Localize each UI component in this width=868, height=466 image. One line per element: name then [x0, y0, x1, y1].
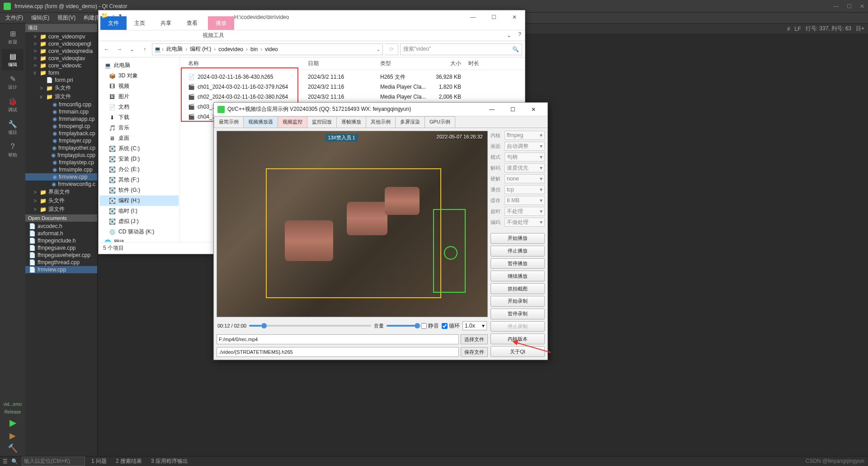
sidebar-item[interactable]: 🌐网络 [99, 237, 179, 242]
explorer-maximize-icon[interactable]: ☐ [483, 10, 504, 24]
opendoc-item[interactable]: 📄ffmpegthread.cpp [25, 259, 97, 266]
action-button[interactable]: 关于Qt [491, 346, 545, 357]
col-date[interactable]: 日期 [304, 60, 377, 67]
breadcrumb[interactable]: 💻› 此电脑› 编程 (H:)› codevideo› bin› video ⌄ [152, 43, 383, 55]
mode-help[interactable]: ?帮助 [2, 139, 24, 161]
qtapp-close-icon[interactable]: ✕ [523, 103, 544, 116]
tree-item[interactable]: ◉frmplaystep.cp [25, 159, 97, 166]
opendoc-item[interactable]: 📄avformat.h [25, 230, 97, 237]
status-issues[interactable]: 1 问题 [89, 457, 109, 465]
mute-checkbox[interactable]: 静音 [421, 322, 439, 330]
status-results[interactable]: 2 搜索结果 [113, 457, 145, 465]
sidebar-item[interactable]: 💽安装 (D:) [99, 154, 179, 164]
mode-welcome[interactable]: ⊞欢迎 [2, 26, 24, 48]
browse-button[interactable]: 选择文件 [461, 334, 488, 344]
action-button[interactable]: 抓拍截图 [491, 283, 545, 294]
explorer-sidebar[interactable]: 💻此电脑📦3D 对象🎞视频🖼图片📄文档⬇下载🎵音乐🖥桌面💽系统 (C:)💽安装 … [99, 57, 180, 242]
sidebar-item[interactable]: 💻此电脑 [99, 60, 179, 71]
speed-select[interactable]: 1.0x▾ [462, 321, 487, 330]
debug-run-icon[interactable]: ▶ [9, 431, 16, 441]
action-button[interactable]: 内核版本 [491, 333, 545, 344]
sidebar-item[interactable]: 🖼图片 [99, 91, 179, 102]
minimize-icon[interactable]: — [833, 3, 839, 10]
prop-select[interactable]: 自动调整▾ [505, 142, 545, 151]
sidebar-item[interactable]: 📦3D 对象 [99, 71, 179, 81]
run-icon[interactable]: ▶ [9, 417, 16, 428]
tree-item[interactable]: v📁源文件 [25, 92, 97, 101]
save-button[interactable]: 保存文件 [461, 347, 488, 357]
editor-line-col[interactable]: 行号: 337, 列号: 63 [806, 25, 851, 33]
ribbon-view[interactable]: 查看 [179, 16, 205, 30]
col-duration[interactable]: 时长 [465, 60, 492, 67]
build-icon[interactable]: 🔨 [8, 443, 18, 453]
locator-input[interactable]: 输入以定位(Ctrl+K) [22, 456, 85, 466]
volume-slider[interactable] [387, 325, 418, 327]
nav-forward-icon[interactable]: → [114, 44, 125, 55]
mode-debug[interactable]: 🐞调试 [2, 94, 24, 116]
mode-design[interactable]: ✎设计 [2, 71, 24, 93]
explorer-minimize-icon[interactable]: — [462, 10, 483, 24]
tree-item[interactable]: ◉frmplayer.cpp [25, 137, 97, 144]
sidebar-item[interactable]: 💽系统 (C:) [99, 143, 179, 154]
qtapp-tab[interactable]: 多屏渲染 [395, 116, 425, 128]
sidebar-item[interactable]: 🎵音乐 [99, 123, 179, 133]
col-name[interactable]: 名称 [184, 60, 304, 67]
tree-item[interactable]: >📁core_videoqmedia [25, 48, 97, 55]
prop-select[interactable]: ffmpeg▾ [505, 131, 545, 140]
kit-config[interactable]: Release [5, 409, 21, 414]
prop-select[interactable]: none▾ [505, 174, 545, 183]
nav-refresh-icon[interactable]: ⟳ [385, 43, 398, 55]
sidebar-item[interactable]: 💽软件 (G:) [99, 185, 179, 195]
ribbon-play[interactable]: 播放 [208, 16, 234, 30]
action-button[interactable]: 停止播放 [491, 246, 545, 257]
tree-item[interactable]: ◉frmmainapp.cp [25, 115, 97, 123]
file-row[interactable]: 🎬ch01_2024-03-02-11-16-02-379.h2642024/3… [180, 82, 525, 92]
action-button[interactable]: 开始播放 [491, 233, 545, 244]
opendoc-item[interactable]: 📄ffmpegsave.cpp [25, 244, 97, 252]
sidebar-item[interactable]: 💽编程 (H:) [99, 195, 179, 206]
menu-file[interactable]: 文件(F) [2, 13, 27, 23]
sidebar-item[interactable]: ⬇下载 [99, 112, 179, 123]
qtapp-tab[interactable]: 逐帧播放 [336, 116, 366, 128]
sidebar-item[interactable]: 💿CD 驱动器 (K:) [99, 227, 179, 237]
ribbon-share[interactable]: 共享 [153, 16, 179, 30]
opendoc-item[interactable]: 📄ffmpegsavehelper.cpp [25, 252, 97, 259]
sidebar-item[interactable]: 🎞视频 [99, 81, 179, 91]
tree-item[interactable]: >📁core_videoopengl [25, 40, 97, 48]
editor-plus[interactable]: 日+ [856, 25, 864, 33]
tree-item[interactable]: >📁源文件 [25, 205, 97, 214]
tree-item[interactable]: >📁头文件 [25, 196, 97, 205]
tree-item[interactable]: ◉frmview.cpp [25, 173, 97, 181]
sidebar-item[interactable]: 💽临时 (I:) [99, 206, 179, 216]
mode-project[interactable]: 🔧项目 [2, 117, 24, 138]
menu-view[interactable]: 视图(V) [54, 13, 79, 23]
qtapp-tab[interactable]: 其他示例 [366, 116, 396, 128]
sidebar-item[interactable]: 📄文档 [99, 102, 179, 112]
project-tree[interactable]: >📁core_videompv>📁core_videoopengl>📁core_… [25, 32, 97, 214]
close-icon[interactable]: ✕ [860, 3, 864, 10]
action-button[interactable]: 开始录制 [491, 296, 545, 307]
opendoc-item[interactable]: 📄ffmpeginclude.h [25, 237, 97, 244]
explorer-close-icon[interactable]: ✕ [504, 10, 525, 24]
tree-item[interactable]: ◉frmviewconfig.c [25, 181, 97, 188]
ribbon-home[interactable]: 主页 [127, 16, 153, 30]
qtapp-tab[interactable]: 最简示例 [214, 116, 244, 128]
qtapp-tab[interactable]: GPU示例 [425, 116, 455, 128]
tree-item[interactable]: ◉frmplayback.cp [25, 130, 97, 137]
sidebar-item[interactable]: 🖥桌面 [99, 133, 179, 143]
tree-item[interactable]: ◉frmmain.cpp [25, 108, 97, 115]
opendoc-item[interactable]: 📄avcodec.h [25, 223, 97, 230]
loop-checkbox[interactable]: 循环 [442, 322, 460, 330]
editor-lf[interactable]: LF [795, 26, 801, 32]
tree-item[interactable]: ◉frmopengl.cp [25, 123, 97, 130]
action-button[interactable]: 继续播放 [491, 271, 545, 281]
menu-edit[interactable]: 编辑(E) [28, 13, 53, 23]
kit-selector[interactable]: vid...emo [4, 402, 22, 407]
tree-item[interactable]: >📁core_videovlc [25, 62, 97, 69]
qtapp-minimize-icon[interactable]: — [481, 103, 502, 116]
seek-slider[interactable] [249, 325, 371, 327]
column-headers[interactable]: 名称 日期 类型 大小 时长 [180, 57, 525, 70]
ribbon-video-tools[interactable]: 视频工具 [203, 32, 224, 39]
ribbon-chevron-icon[interactable]: ⌄ [507, 32, 511, 38]
prop-select[interactable]: 8 MB▾ [505, 196, 545, 205]
